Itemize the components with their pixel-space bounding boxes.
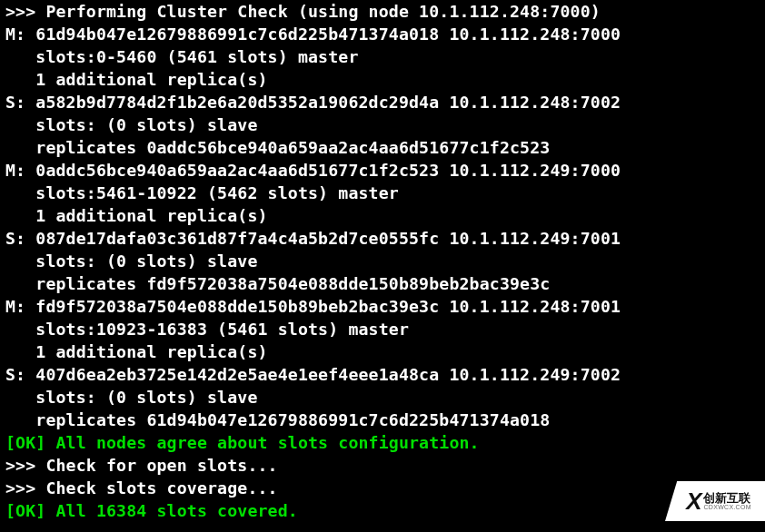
ok-covered-line: [OK] All 16384 slots covered. <box>5 501 298 520</box>
watermark-logo: X 创新互联 CDXWCX.COM <box>665 481 765 521</box>
terminal-output[interactable]: >>> Performing Cluster Check (using node… <box>0 0 765 522</box>
check-open-slots: >>> Check for open slots... <box>5 456 278 475</box>
watermark-en: CDXWCX.COM <box>703 504 750 510</box>
ok-config-line: [OK] All nodes agree about slots configu… <box>5 433 480 452</box>
check-slots-coverage: >>> Check slots coverage... <box>5 478 278 498</box>
watermark-cn: 创新互联 <box>703 492 750 504</box>
cluster-check-header: >>> Performing Cluster Check (using node… <box>5 2 601 21</box>
watermark-x-icon: X <box>686 488 700 516</box>
node-line: M: 61d94b047e12679886991c7c6d225b471374a… <box>5 25 621 429</box>
